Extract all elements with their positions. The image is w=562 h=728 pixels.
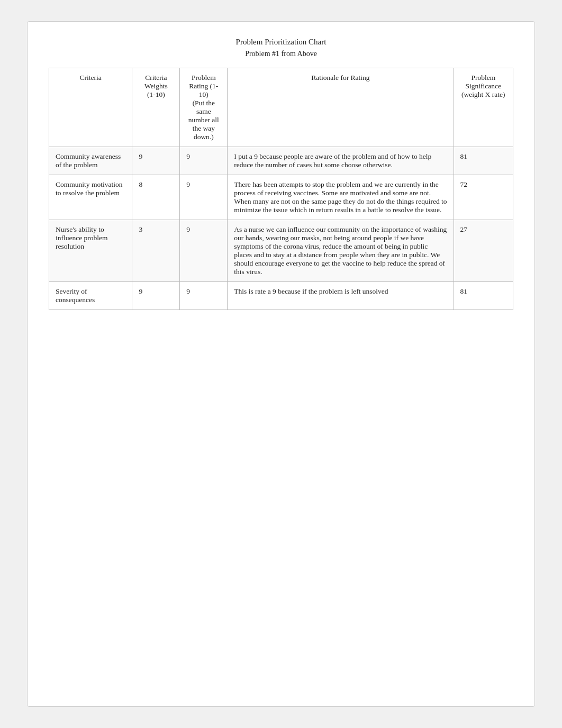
col-header-criteria: Criteria xyxy=(49,68,132,147)
chart-subtitle: Problem #1 from Above xyxy=(49,50,513,58)
rationale-cell: This is rate a 9 because if the problem … xyxy=(228,282,454,310)
rating-cell: 9 xyxy=(180,220,228,282)
col-header-weights: CriteriaWeights(1-10) xyxy=(132,68,180,147)
weight-cell: 9 xyxy=(132,147,180,175)
significance-cell: 81 xyxy=(454,282,513,310)
rating-cell: 9 xyxy=(180,282,228,310)
table-row: Severity of consequences99This is rate a… xyxy=(49,282,513,310)
chart-title: Problem Prioritization Chart xyxy=(49,38,513,47)
criteria-cell: Nurse's ability to influence problem res… xyxy=(49,220,132,282)
table-row: Nurse's ability to influence problem res… xyxy=(49,220,513,282)
criteria-cell: Community awareness of the problem xyxy=(49,147,132,175)
col-header-significance: ProblemSignificance(weight X rate) xyxy=(454,68,513,147)
criteria-cell: Severity of consequences xyxy=(49,282,132,310)
weight-cell: 9 xyxy=(132,282,180,310)
weight-cell: 8 xyxy=(132,175,180,220)
rationale-cell: I put a 9 because people are aware of th… xyxy=(228,147,454,175)
rating-cell: 9 xyxy=(180,175,228,220)
rating-cell: 9 xyxy=(180,147,228,175)
rationale-cell: As a nurse we can influence our communit… xyxy=(228,220,454,282)
col-header-rating: ProblemRating (1-10)(Put the samenumber … xyxy=(180,68,228,147)
table-row: Community motivation to resolve the prob… xyxy=(49,175,513,220)
rationale-cell: There has been attempts to stop the prob… xyxy=(228,175,454,220)
criteria-cell: Community motivation to resolve the prob… xyxy=(49,175,132,220)
prioritization-table: Criteria CriteriaWeights(1-10) ProblemRa… xyxy=(49,68,513,310)
significance-cell: 72 xyxy=(454,175,513,220)
table-row: Community awareness of the problem99I pu… xyxy=(49,147,513,175)
page-container: Problem Prioritization Chart Problem #1 … xyxy=(27,21,535,707)
significance-cell: 27 xyxy=(454,220,513,282)
weight-cell: 3 xyxy=(132,220,180,282)
significance-cell: 81 xyxy=(454,147,513,175)
col-header-rationale: Rationale for Rating xyxy=(228,68,454,147)
